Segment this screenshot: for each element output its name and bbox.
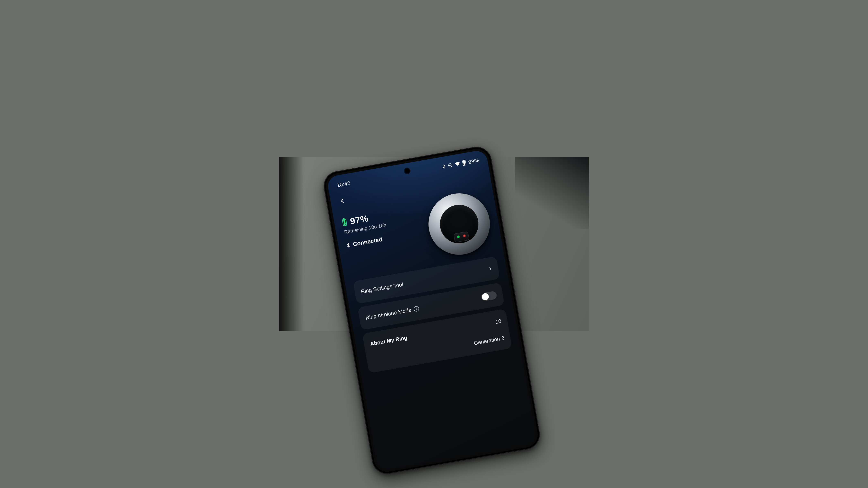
device-status: 97% Remaining 10d 16h Connected	[341, 206, 389, 249]
svg-line-1	[450, 165, 452, 166]
app-content: 97% Remaining 10d 16h Connected	[330, 169, 520, 375]
about-size-value: 10	[495, 318, 502, 325]
battery-icon	[462, 160, 466, 166]
connection-status: Connected	[352, 236, 383, 248]
status-battery-pct: 98%	[468, 157, 479, 165]
device-battery-pct: 97%	[349, 213, 369, 227]
toggle-knob	[481, 293, 489, 300]
phone-screen: 10:40 98%	[326, 149, 537, 471]
photo-surface: 10:40 98%	[279, 157, 589, 331]
settings-list: Ring Settings Tool Ring Airplane Mode !	[353, 256, 512, 373]
bluetooth-icon	[346, 242, 351, 249]
ring-settings-tool-label: Ring Settings Tool	[360, 281, 403, 295]
back-button[interactable]	[337, 195, 348, 207]
phone-frame: 10:40 98%	[321, 144, 542, 476]
chevron-right-icon	[488, 266, 493, 272]
airplane-mode-toggle[interactable]	[481, 291, 497, 301]
chevron-left-icon	[340, 198, 345, 204]
dnd-icon	[448, 163, 453, 168]
device-battery-icon	[342, 219, 347, 226]
info-icon[interactable]: !	[413, 306, 420, 312]
status-time: 10:40	[336, 180, 351, 188]
ring-image	[424, 189, 495, 260]
bluetooth-icon	[442, 164, 446, 169]
wifi-icon	[455, 161, 461, 166]
about-header: About My Ring	[370, 334, 408, 347]
about-generation-value: Generation 2	[473, 334, 505, 346]
airplane-mode-label: Ring Airplane Mode	[365, 306, 412, 321]
status-right: 98%	[442, 157, 479, 170]
